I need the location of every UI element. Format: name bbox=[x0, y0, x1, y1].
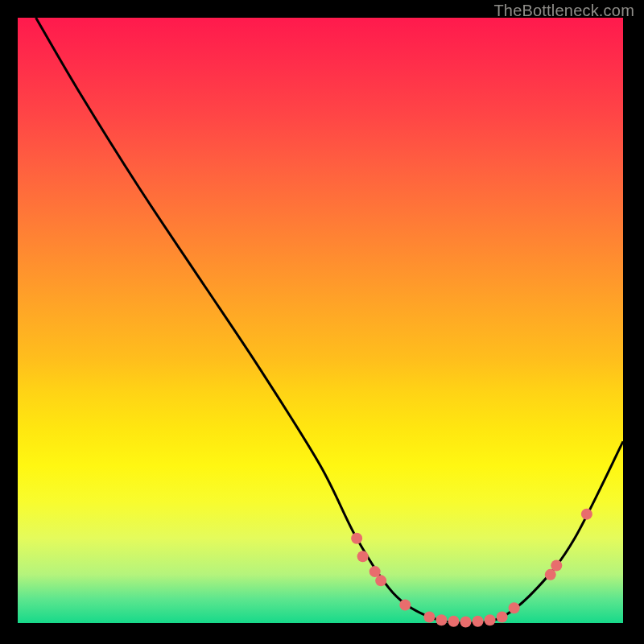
chart-canvas: TheBottleneck.com bbox=[0, 0, 644, 644]
gradient-background bbox=[18, 18, 623, 623]
watermark-text: TheBottleneck.com bbox=[493, 2, 634, 20]
